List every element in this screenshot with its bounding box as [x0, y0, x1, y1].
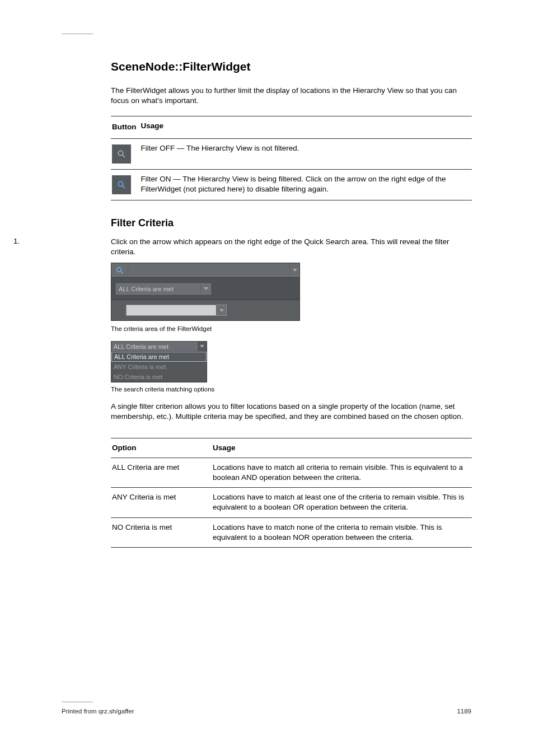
panel-search-icon-box[interactable] [111, 263, 128, 278]
mode-table: Button Usage Filter OFF — The Hierarchy … [111, 116, 472, 200]
criteria-header-option: Option [111, 438, 212, 458]
quick-search-field[interactable] [128, 263, 289, 277]
table-row: ANY Criteria is met Locations have to ma… [111, 488, 472, 517]
criteria-desc: Locations have to match all criteria to … [212, 458, 472, 487]
footer-text: Printed from qrz.sh/gaffer [62, 708, 134, 715]
criteria-desc: Locations have to match at least one of … [212, 488, 472, 517]
criterion-field[interactable] [126, 305, 227, 316]
criteria-desc: Locations have to match none of the crit… [212, 517, 472, 547]
section-title: Filter Criteria [111, 217, 472, 229]
svg-point-0 [118, 151, 123, 155]
filter-on-button[interactable] [112, 175, 131, 194]
svg-line-3 [123, 186, 125, 188]
mode-table-header-button: Button [111, 116, 139, 138]
step-text: Click on the arrow which appears on the … [111, 237, 472, 257]
criteria-explanation: A single filter criterion allows you to … [111, 402, 472, 422]
criteria-mode-dropdown[interactable]: ALL Criteria are met [116, 283, 211, 295]
dropdown-item-label: ANY Criteria is met [114, 363, 166, 370]
dropdown-head-label: ALL Criteria are met [114, 343, 168, 350]
figure-caption: The criteria area of the FilterWidget [111, 325, 472, 332]
svg-point-4 [116, 267, 121, 272]
top-rule [62, 34, 93, 34]
search-icon [117, 180, 126, 189]
search-icon [115, 266, 124, 275]
mode-table-header-usage: Usage [139, 116, 472, 138]
dropdown-item-label: ALL Criteria are met [114, 353, 169, 360]
criteria-option: NO Criteria is met [111, 517, 212, 547]
mode-row-desc: Filter OFF — The Hierarchy View is not f… [139, 138, 472, 169]
table-row: Filter OFF — The Hierarchy View is not f… [111, 138, 472, 169]
criteria-option: ALL Criteria are met [111, 458, 212, 487]
criteria-mode-dropdown-head[interactable]: ALL Criteria are met [111, 342, 207, 352]
filter-criteria-panel: ALL Criteria are met [111, 263, 300, 321]
intro-paragraph: The FilterWidget allows you to further l… [111, 86, 472, 106]
criteria-option: ANY Criteria is met [111, 488, 212, 517]
criteria-options-table: Option Usage ALL Criteria are met Locati… [111, 438, 472, 548]
dropdown-item-label: NO Criteria is met [114, 374, 162, 380]
table-row: Filter ON — The Hierarchy View is being … [111, 169, 472, 200]
table-row: NO Criteria is met Locations have to mat… [111, 517, 472, 547]
figure-caption: The search criteria matching options [111, 386, 472, 393]
criteria-mode-dropdown-open: ALL Criteria are met ALL Criteria are me… [111, 341, 207, 382]
footer-rule [62, 702, 93, 702]
page-number: 1189 [457, 708, 471, 715]
table-row: ALL Criteria are met Locations have to m… [111, 458, 472, 487]
criteria-mode-label: ALL Criteria are met [119, 286, 174, 292]
mode-row-desc: Filter ON — The Hierarchy View is being … [139, 169, 472, 200]
dropdown-item-no[interactable]: NO Criteria is met [111, 372, 207, 382]
svg-line-1 [123, 155, 125, 157]
step-number: 1. [13, 237, 20, 245]
page-title: SceneNode::FilterWidget [111, 60, 472, 73]
dropdown-item-all[interactable]: ALL Criteria are met [111, 352, 207, 362]
panel-collapse-arrow[interactable] [289, 263, 299, 277]
svg-point-2 [118, 181, 123, 186]
svg-line-5 [121, 272, 123, 274]
criteria-header-usage: Usage [212, 438, 472, 458]
dropdown-item-any[interactable]: ANY Criteria is met [111, 362, 207, 372]
filter-off-button[interactable] [112, 144, 131, 164]
search-icon [117, 150, 126, 158]
